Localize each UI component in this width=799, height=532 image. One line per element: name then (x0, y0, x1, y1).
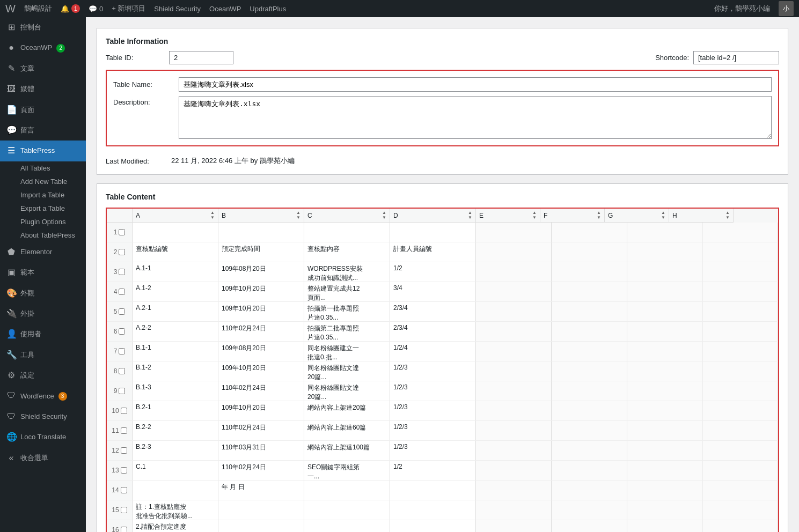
cell-input[interactable] (476, 481, 552, 500)
row-checkbox[interactable] (119, 269, 125, 275)
cell-input[interactable] (304, 441, 390, 460)
cell-input[interactable] (133, 242, 218, 262)
cell-input[interactable] (133, 342, 218, 361)
sidebar-item-elementor[interactable]: ⬟ Elementor (0, 242, 86, 262)
description-textarea[interactable]: 基隆海嗨文章列表.xlsx (179, 96, 772, 139)
cell-input[interactable] (390, 401, 476, 420)
cell-input[interactable] (552, 223, 627, 242)
sidebar-item-comments[interactable]: 💬 留言 (0, 120, 86, 141)
cell-input[interactable] (218, 481, 304, 500)
notifications[interactable]: 🔔 1 (61, 4, 80, 13)
cell-input[interactable] (390, 381, 476, 401)
cell-input[interactable] (702, 262, 778, 282)
sidebar-item-loco-translate[interactable]: 🌐 Loco Translate (0, 427, 86, 447)
cell-input[interactable] (627, 441, 703, 460)
updraftplus-menu[interactable]: UpdraftPlus (250, 5, 286, 13)
col-g-sort[interactable]: ▲ ▼ (661, 211, 665, 220)
col-d-sort[interactable]: ▲ ▼ (468, 211, 472, 220)
sidebar-item-oceanwp[interactable]: ● OceanWP 2 (0, 38, 86, 58)
cell-input[interactable] (304, 302, 390, 321)
sidebar-item-posts[interactable]: ✎ 文章 (0, 58, 86, 79)
cell-input[interactable] (552, 381, 627, 401)
sidebar-item-media[interactable]: 🖼 媒體 (0, 79, 86, 99)
cell-input[interactable] (552, 520, 627, 532)
sidebar-item-plugins[interactable]: 🔌 外掛 (0, 304, 86, 324)
cell-input[interactable] (304, 262, 390, 282)
cell-input[interactable] (304, 421, 390, 440)
table-id-input[interactable] (169, 51, 233, 64)
sidebar-item-users[interactable]: 👤 使用者 (0, 324, 86, 344)
sidebar-item-export-table[interactable]: Export a Table (0, 202, 86, 215)
cell-input[interactable] (627, 302, 703, 321)
row-checkbox[interactable] (119, 328, 125, 335)
cell-input[interactable] (476, 520, 552, 532)
cell-input[interactable] (390, 223, 476, 242)
sidebar-item-templates[interactable]: ▣ 範本 (0, 262, 86, 283)
cell-input[interactable] (627, 520, 703, 532)
cell-input[interactable] (133, 282, 218, 301)
cell-input[interactable] (702, 421, 778, 440)
cell-input[interactable] (304, 481, 390, 500)
add-new-button[interactable]: + 新增項目 (112, 4, 145, 13)
cell-input[interactable] (552, 500, 627, 520)
cell-input[interactable] (702, 223, 778, 242)
row-checkbox[interactable] (119, 249, 125, 255)
cell-input[interactable] (390, 302, 476, 321)
cell-input[interactable] (218, 223, 304, 242)
cell-input[interactable] (304, 520, 390, 532)
sidebar-item-shield-security[interactable]: 🛡 Shield Security (0, 407, 86, 427)
cell-input[interactable] (476, 262, 552, 282)
cell-input[interactable] (390, 481, 476, 500)
cell-input[interactable] (390, 500, 476, 520)
cell-input[interactable] (476, 461, 552, 480)
row-checkbox[interactable] (119, 388, 125, 394)
cell-input[interactable] (133, 262, 218, 282)
cell-input[interactable] (702, 461, 778, 480)
row-checkbox[interactable] (119, 289, 125, 295)
cell-input[interactable] (476, 421, 552, 440)
cell-input[interactable] (218, 262, 304, 282)
cell-input[interactable] (390, 520, 476, 532)
cell-input[interactable] (304, 381, 390, 401)
col-h-sort[interactable]: ▲ ▼ (725, 211, 730, 220)
cell-input[interactable] (627, 500, 703, 520)
row-checkbox[interactable] (119, 308, 125, 315)
cell-input[interactable] (133, 461, 218, 480)
sort-down-icon[interactable]: ▼ (210, 216, 215, 220)
cell-input[interactable] (218, 520, 304, 532)
sort-down-icon[interactable]: ▼ (468, 216, 472, 220)
cell-input[interactable] (390, 282, 476, 301)
sidebar-item-settings[interactable]: ⚙ 設定 (0, 365, 86, 386)
comments-link[interactable]: 💬 0 (89, 5, 103, 13)
cell-input[interactable] (390, 322, 476, 341)
site-name[interactable]: 鵲嶋設計 (24, 4, 52, 13)
cell-input[interactable] (476, 361, 552, 381)
cell-input[interactable] (627, 242, 703, 262)
cell-input[interactable] (702, 381, 778, 401)
wp-logo[interactable]: W (5, 3, 16, 15)
cell-input[interactable] (218, 461, 304, 480)
cell-input[interactable] (476, 500, 552, 520)
cell-input[interactable] (304, 322, 390, 341)
cell-input[interactable] (218, 242, 304, 262)
sidebar-item-appearance[interactable]: 🎨 外觀 (0, 283, 86, 304)
row-checkbox[interactable] (121, 527, 127, 532)
cell-input[interactable] (390, 441, 476, 460)
col-b-sort[interactable]: ▲ ▼ (296, 211, 300, 220)
cell-input[interactable] (552, 401, 627, 420)
cell-input[interactable] (476, 342, 552, 361)
cell-input[interactable] (218, 302, 304, 321)
cell-input[interactable] (702, 242, 778, 262)
cell-input[interactable] (702, 361, 778, 381)
shortcode-input[interactable] (693, 51, 779, 64)
cell-input[interactable] (476, 242, 552, 262)
cell-input[interactable] (627, 322, 703, 341)
cell-input[interactable] (390, 361, 476, 381)
cell-input[interactable] (218, 500, 304, 520)
cell-input[interactable] (218, 342, 304, 361)
col-e-sort[interactable]: ▲ ▼ (532, 211, 537, 220)
sidebar-item-add-new-table[interactable]: Add New Table (0, 175, 86, 188)
sidebar-item-pages[interactable]: 📄 頁面 (0, 100, 86, 120)
cell-input[interactable] (133, 401, 218, 420)
cell-input[interactable] (627, 361, 703, 381)
